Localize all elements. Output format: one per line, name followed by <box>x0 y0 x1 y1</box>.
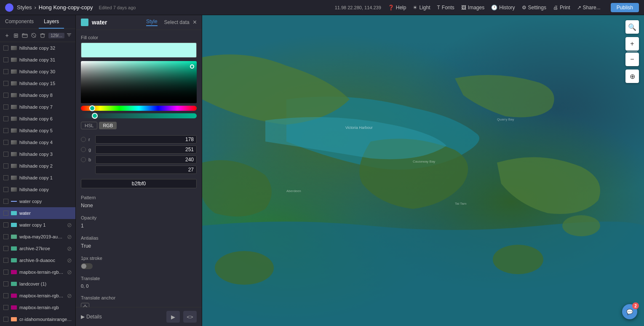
nav-light[interactable]: ☀ Light <box>413 5 430 11</box>
layer-item[interactable]: mapbox-terrain-rgb (1) ⊘ <box>0 266 75 278</box>
nav-help[interactable]: ❓ Help <box>388 5 406 11</box>
visibility-checkbox[interactable] <box>3 258 8 263</box>
visibility-checkbox[interactable] <box>3 57 8 62</box>
nav-settings[interactable]: ⚙ Settings <box>522 5 546 11</box>
filter-icon[interactable] <box>66 32 72 39</box>
zoom-in-button[interactable]: + <box>625 37 639 51</box>
hue-bar[interactable] <box>81 106 197 111</box>
layer-item[interactable]: mapbox-terrain-rgb copy ⊘ <box>0 290 75 302</box>
visibility-checkbox[interactable] <box>3 93 8 98</box>
layer-name: water copy <box>19 199 72 204</box>
layer-name: mapbox-terrain-rgb <box>19 305 72 310</box>
layer-item[interactable]: cr-idahomountainranges-pu... <box>0 313 75 325</box>
layer-item[interactable]: archive-27kroe ⊘ <box>0 243 75 254</box>
layer-item[interactable]: archive-9-duaooc ⊘ <box>0 254 75 266</box>
layer-item[interactable]: hillshade copy 2 <box>0 160 75 172</box>
layer-item[interactable]: mapbox-terrain-rgb <box>0 302 75 313</box>
rgb-tab[interactable]: RGB <box>99 122 117 129</box>
visibility-checkbox[interactable] <box>3 281 8 286</box>
layer-item[interactable]: wdpa-may2019-aus-sha... ⊘ <box>0 231 75 243</box>
layer-item[interactable]: hillshade copy 3 <box>0 148 75 160</box>
visibility-checkbox[interactable] <box>3 293 8 298</box>
nav-share[interactable]: ↗ Share... <box>577 5 601 11</box>
tab-style[interactable]: Style <box>146 19 158 26</box>
zoom-out-button[interactable]: − <box>625 53 639 66</box>
visibility-checkbox[interactable] <box>3 199 8 204</box>
visibility-checkbox[interactable] <box>3 104 8 110</box>
group-button[interactable]: ⊞ <box>12 31 19 40</box>
visibility-checkbox[interactable] <box>3 152 8 157</box>
visibility-checkbox[interactable] <box>3 163 8 168</box>
pattern-section: Pattern None <box>81 195 197 208</box>
breadcrumb-styles[interactable]: Styles <box>17 4 32 11</box>
nav-images[interactable]: 🖼 Images <box>461 5 484 11</box>
folder-button[interactable] <box>21 31 28 40</box>
code-button[interactable]: <> <box>183 311 197 323</box>
delete-button[interactable] <box>39 31 46 40</box>
close-button[interactable]: × <box>193 19 197 26</box>
r-input[interactable] <box>95 135 197 144</box>
layer-item[interactable]: hillshade copy 7 <box>0 101 75 113</box>
layer-item[interactable]: hillshade copy 30 <box>0 66 75 77</box>
visibility-checkbox[interactable] <box>3 116 8 121</box>
map-background[interactable]: Victoria Harbour Causeway Bay Aberdeen T… <box>202 15 644 326</box>
layer-item[interactable]: water copy <box>0 195 75 207</box>
alpha-bar[interactable] <box>81 113 197 118</box>
publish-button[interactable]: Publish <box>611 3 639 12</box>
layer-item[interactable]: water copy 1 ⊘ <box>0 219 75 231</box>
alpha-input[interactable] <box>95 166 197 174</box>
color-swatch[interactable] <box>81 43 197 58</box>
tab-select-data[interactable]: Select data <box>164 19 190 25</box>
visibility-checkbox[interactable] <box>3 81 8 86</box>
b-input[interactable] <box>95 155 197 164</box>
layer-item[interactable]: hillshade copy 8 <box>0 89 75 101</box>
add-layer-button[interactable]: + <box>3 31 11 40</box>
visibility-checkbox[interactable] <box>3 211 8 216</box>
visibility-checkbox[interactable] <box>3 187 8 192</box>
layer-item[interactable]: hillshade copy 5 <box>0 125 75 136</box>
app-logo[interactable] <box>5 3 13 12</box>
layer-item[interactable]: landcover (1) <box>0 278 75 290</box>
hide-button[interactable] <box>30 31 37 40</box>
visibility-checkbox[interactable] <box>3 305 8 310</box>
visibility-checkbox[interactable] <box>3 234 8 239</box>
visibility-checkbox[interactable] <box>3 270 8 275</box>
hsl-tab[interactable]: HSL <box>81 122 97 129</box>
nav-history[interactable]: 🕐 History <box>491 5 515 11</box>
hex-input[interactable] <box>81 179 197 188</box>
tab-layers[interactable]: Layers <box>39 15 64 29</box>
visibility-checkbox[interactable] <box>3 222 8 227</box>
g-input[interactable] <box>95 145 197 154</box>
layer-item[interactable]: hillshade copy 4 <box>0 136 75 148</box>
tab-components[interactable]: Components <box>0 15 39 29</box>
b-radio[interactable] <box>81 157 86 162</box>
layer-item[interactable]: hillshade copy 6 <box>0 113 75 125</box>
layer-item[interactable]: hillshade copy 15 <box>0 77 75 89</box>
layer-item[interactable]: hillshade copy 31 <box>0 54 75 66</box>
visibility-checkbox[interactable] <box>3 69 8 74</box>
g-radio[interactable] <box>81 147 86 152</box>
nav-print[interactable]: 🖨 Print <box>553 5 570 11</box>
visibility-checkbox[interactable] <box>3 175 8 180</box>
play-button[interactable]: ▶ <box>166 311 180 323</box>
visibility-checkbox[interactable] <box>3 317 8 322</box>
layer-name: hillshade copy 30 <box>19 69 72 74</box>
stroke-toggle[interactable] <box>81 263 93 269</box>
layer-item[interactable]: hillshade copy <box>0 184 75 195</box>
search-map-button[interactable]: 🔍 <box>625 20 639 34</box>
compass-button[interactable]: ⊕ <box>625 69 639 83</box>
visibility-checkbox[interactable] <box>3 140 8 145</box>
visibility-checkbox[interactable] <box>3 45 8 51</box>
layer-item[interactable]: hillshade copy 1 <box>0 172 75 184</box>
breadcrumb-project[interactable]: Hong Kong-copy-copy <box>39 4 93 11</box>
r-radio[interactable] <box>81 137 86 142</box>
details-button[interactable]: ▶ Details <box>81 314 102 320</box>
visibility-checkbox[interactable] <box>3 128 8 133</box>
color-gradient[interactable] <box>81 61 197 103</box>
layer-item[interactable]: hillshade copy 32 <box>0 42 75 54</box>
visibility-checkbox[interactable] <box>3 246 8 251</box>
nav-fonts[interactable]: T Fonts <box>437 5 454 11</box>
layer-item[interactable]: water <box>0 207 75 219</box>
notification-badge[interactable]: 💬 2 <box>622 304 637 319</box>
translate-anchor-icon[interactable] <box>81 303 89 307</box>
